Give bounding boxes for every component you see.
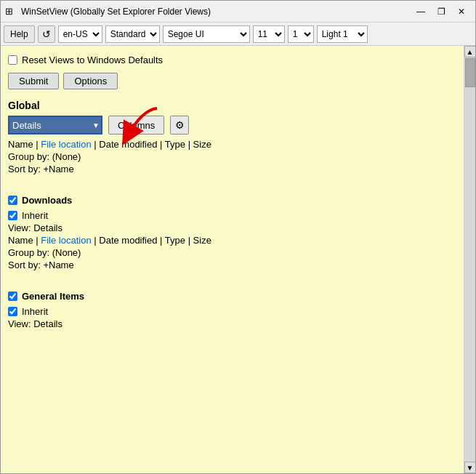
downloads-groupby-line: Group by: (None) [8,247,456,258]
settings-gear-button[interactable]: ⚙ [170,116,189,134]
reset-checkbox-row: Reset Views to Windows Defaults [8,55,456,65]
scroll-down-button[interactable]: ▼ [464,462,476,473]
general-items-checkbox[interactable] [8,292,17,301]
global-columns-line: Name | File location | Date modified | T… [8,139,456,150]
downloads-label[interactable]: Downloads [22,195,72,206]
toolbar: Help ↺ en-US Standard Segoe UI 11 1 Ligh… [1,23,475,46]
refresh-icon: ↺ [42,28,51,40]
scale-select[interactable]: 1 [288,25,314,43]
action-buttons: Submit Options [8,73,456,89]
main-panel: Reset Views to Windows Defaults Submit O… [1,46,464,473]
global-view-select[interactable]: Details Icons List Tiles Content [8,116,102,134]
reset-checkbox[interactable] [8,55,17,65]
downloads-inherit-checkbox[interactable] [8,211,17,220]
title-bar: ⊞ WinSetView (Globally Set Explorer Fold… [1,1,475,23]
downloads-inherit-row: Inherit [8,210,456,221]
general-items-view-line: View: Details [8,318,456,329]
content-area: Reset Views to Windows Defaults Submit O… [1,46,475,473]
downloads-columns-line: Name | File location | Date modified | T… [8,235,456,246]
font-select[interactable]: Segoe UI [163,25,250,43]
scrollbar-thumb[interactable] [465,58,475,87]
main-window: ⊞ WinSetView (Globally Set Explorer Fold… [0,0,476,474]
title-controls: — ❐ ✕ [411,4,471,20]
view-mode-select[interactable]: Standard [105,25,160,43]
submit-button[interactable]: Submit [8,73,59,89]
close-button[interactable]: ✕ [452,4,471,20]
global-groupby-line: Group by: (None) [8,151,456,162]
scrollbar-track[interactable] [464,57,475,462]
general-items-section-title: General Items [8,291,456,302]
font-size-select[interactable]: 11 [253,25,285,43]
global-file-location-link[interactable]: File location [41,139,91,150]
restore-button[interactable]: ❐ [432,4,451,20]
downloads-section: Downloads Inherit View: Details Name | F… [8,195,456,270]
minimize-button[interactable]: — [411,4,430,20]
language-select[interactable]: en-US [58,25,102,43]
title-bar-left: ⊞ WinSetView (Globally Set Explorer Fold… [5,6,211,17]
general-items-inherit-checkbox[interactable] [8,307,17,316]
scroll-up-button[interactable]: ▲ [464,46,476,57]
reset-label[interactable]: Reset Views to Windows Defaults [22,55,163,65]
refresh-button[interactable]: ↺ [38,25,55,43]
downloads-view-line: View: Details [8,222,456,233]
theme-select[interactable]: Light 1 Light 2 Dark 1 [317,25,368,43]
downloads-section-title: Downloads [8,195,456,206]
general-items-label[interactable]: General Items [22,291,84,302]
downloads-sortby-line: Sort by: +Name [8,260,456,270]
general-items-inherit-label[interactable]: Inherit [22,306,48,317]
downloads-file-location-link[interactable]: File location [41,235,91,246]
columns-button[interactable]: Columns [108,116,164,134]
general-items-inherit-row: Inherit [8,306,456,317]
help-button[interactable]: Help [4,25,35,43]
global-sortby-line: Sort by: +Name [8,164,456,174]
global-section-controls: Details Icons List Tiles Content ▼ Colum… [8,116,456,134]
window-title: WinSetView (Globally Set Explorer Folder… [21,7,211,17]
global-section-title: Global [8,100,456,111]
options-button[interactable]: Options [63,73,118,89]
general-items-section: General Items Inherit View: Details [8,291,456,329]
downloads-checkbox[interactable] [8,196,17,205]
global-section: Global Details Icons List Tiles Content … [8,100,456,174]
app-icon: ⊞ [5,6,17,17]
view-select-container: Details Icons List Tiles Content ▼ [8,116,102,134]
downloads-inherit-label[interactable]: Inherit [22,210,48,221]
gear-icon: ⚙ [175,119,185,131]
vertical-scrollbar: ▲ ▼ [464,46,475,473]
